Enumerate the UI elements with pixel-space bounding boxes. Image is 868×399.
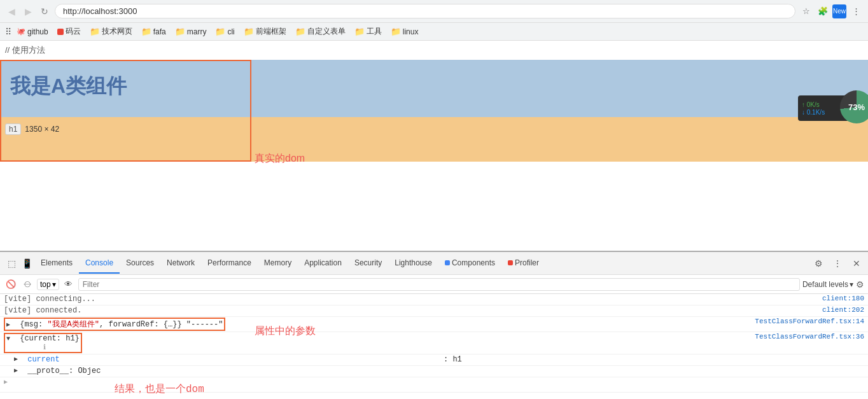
tab-sources[interactable]: Sources <box>120 253 160 274</box>
triangle-icon-3[interactable]: ▶ <box>14 367 23 374</box>
console-row-vite-connected: [vite] connected. client:202 <box>0 305 868 317</box>
bookmark-frontend[interactable]: 📁 前端框架 <box>240 25 290 38</box>
components-icon <box>445 260 450 265</box>
console-msg-proto: __proto__: Objec <box>23 367 864 375</box>
folder-linux-icon: 📁 <box>391 27 401 36</box>
console-highlight-props: ▶ {msg: "我是A类组件", forwardRef: {…}} "----… <box>4 318 225 331</box>
new-badge: New <box>832 4 846 18</box>
browser-toolbar: ◀ ▶ ↻ ☆ 🧩 New ⋮ <box>0 0 868 23</box>
console-row-current-prop: ▶ current : h1 <box>0 354 868 366</box>
speed-widget: ↑ 0K/s ↓ 0.1K/s 73% <box>798 95 862 121</box>
page-content: // 使用方法 我是A类组件 h1 1350 × 42 真实的dom ↑ 0K/… <box>0 41 868 251</box>
bookmark-tools[interactable]: 📁 工具 <box>351 25 386 38</box>
console-toolbar: 🚫 ⦵ top ▾ 👁 Default levels ▾ ⚙ <box>0 275 868 294</box>
console-highlight-result: ▼ {current: h1} ℹ <box>4 333 82 353</box>
console-msg: {msg: "我是A类组件", forwardRef: {…}} "------… <box>20 320 223 329</box>
info-icon: ℹ <box>43 344 46 351</box>
devtools-panel: ⬚ 📱 Elements Console Sources Network Per… <box>0 251 868 397</box>
speed-down: ↓ 0.1K/s <box>802 109 825 116</box>
chevron-down-icon: ▾ <box>52 280 56 289</box>
tab-performance[interactable]: Performance <box>201 253 258 274</box>
profiler-icon <box>508 260 513 265</box>
console-msg-colon: : h1 <box>444 355 864 364</box>
console-settings-icon[interactable]: ⚙ <box>856 279 864 290</box>
console-source-link[interactable]: TestClassForwardRef.tsx:36 <box>755 333 864 340</box>
dom-label-area: h1 1350 × 42 <box>0 121 64 137</box>
console-source-link[interactable]: client:202 <box>822 306 864 314</box>
tab-components[interactable]: Components <box>438 253 501 274</box>
folder-orange-icon: 📁 <box>90 27 100 36</box>
console-eye-button[interactable]: 👁 <box>62 277 76 291</box>
devtools-inspect-icon[interactable]: ⬚ <box>4 256 19 271</box>
url-bar[interactable] <box>55 4 795 18</box>
folder-tools-icon: 📁 <box>354 27 365 36</box>
apps-icon[interactable]: ⠿ <box>5 27 11 37</box>
toolbar-icons: ☆ 🧩 New ⋮ <box>799 4 863 18</box>
star-icon[interactable]: ☆ <box>799 4 813 18</box>
devtools-close-icon[interactable]: ✕ <box>849 256 864 271</box>
tab-profiler[interactable]: Profiler <box>501 253 545 274</box>
bookmark-cli[interactable]: 📁 cli <box>211 25 238 38</box>
extension-icon[interactable]: 🧩 <box>816 4 830 18</box>
bookmark-mayun[interactable]: 码云 <box>53 25 85 38</box>
console-msg-current: {current: h1} ℹ <box>6 334 80 352</box>
devtools-tabs: ⬚ 📱 Elements Console Sources Network Per… <box>0 252 868 275</box>
console-msg: [vite] connected. <box>4 306 822 315</box>
tab-console[interactable]: Console <box>79 253 120 274</box>
console-levels-select[interactable]: Default levels ▾ <box>802 280 853 289</box>
tab-application[interactable]: Application <box>298 253 348 274</box>
console-row-vite-connecting: [vite] connecting... client:180 <box>0 294 868 305</box>
result-annotation: 结果，也是一个dom <box>115 382 204 396</box>
devtools-actions: ⚙ ⋮ ✕ <box>811 256 864 271</box>
folder-blue-icon: 📁 <box>215 27 225 36</box>
console-clear-button[interactable]: 🚫 <box>4 277 18 291</box>
bookmark-linux[interactable]: 📁 linux <box>387 25 423 38</box>
devtools-settings-icon[interactable]: ⚙ <box>811 256 826 271</box>
console-context-select[interactable]: top ▾ <box>37 279 59 290</box>
menu-icon[interactable]: ⋮ <box>849 4 863 18</box>
triangle-icon[interactable]: ▶ <box>6 321 15 328</box>
component-bg-orange <box>0 117 868 162</box>
devtools-more-icon[interactable]: ⋮ <box>830 256 845 271</box>
console-row-current: ▼ {current: h1} ℹ TestClassForwardRef.ts… <box>0 332 868 354</box>
refresh-button[interactable]: ↻ <box>38 5 51 18</box>
bookmark-marry[interactable]: 📁 marry <box>171 25 211 38</box>
triangle-icon-2[interactable]: ▶ <box>14 355 23 363</box>
component-bg-blue: 我是A类组件 <box>0 60 868 117</box>
console-row-props: ▶ {msg: "我是A类组件", forwardRef: {…}} "----… <box>0 317 868 332</box>
tab-lighthouse[interactable]: Lighthouse <box>388 253 438 274</box>
folder-blue2-icon: 📁 <box>244 27 254 36</box>
tab-elements[interactable]: Elements <box>34 253 79 274</box>
speed-circle: 73% <box>840 90 868 123</box>
back-button[interactable]: ◀ <box>5 5 18 18</box>
component-h1: 我是A类组件 <box>10 73 858 101</box>
bookmark-tech[interactable]: 📁 技术网页 <box>86 25 136 38</box>
console-filter-input[interactable] <box>78 278 800 291</box>
true-dom-annotation: 真实的dom <box>255 152 305 165</box>
triangle-open-icon[interactable]: ▼ <box>6 335 15 342</box>
console-row-proto: ▶ __proto__: Objec <box>0 366 868 377</box>
console-source-link[interactable]: TestClassForwardRef.tsx:14 <box>755 318 864 325</box>
console-source-link[interactable]: client:180 <box>822 295 864 302</box>
bookmark-github[interactable]: 🐙 github <box>13 26 52 38</box>
folder-yellow-icon: 📁 <box>141 27 151 36</box>
console-output: [vite] connecting... client:180 [vite] c… <box>0 294 868 397</box>
tab-memory[interactable]: Memory <box>258 253 298 274</box>
tab-network[interactable]: Network <box>160 253 201 274</box>
bookmark-form[interactable]: 📁 自定义表单 <box>291 25 349 38</box>
tab-security[interactable]: Security <box>348 253 388 274</box>
console-filter-icon-btn[interactable]: ⦵ <box>20 277 34 291</box>
devtools-device-icon[interactable]: 📱 <box>19 256 34 271</box>
page-annotation: // 使用方法 <box>0 41 868 60</box>
forward-button[interactable]: ▶ <box>22 5 34 18</box>
dom-tag: h1 <box>5 123 21 135</box>
folder-green-icon: 📁 <box>295 27 305 36</box>
bookmark-fafa[interactable]: 📁 fafa <box>137 25 170 38</box>
cursor-icon: ▶ <box>4 378 13 386</box>
levels-chevron-icon: ▾ <box>850 280 853 289</box>
folder-yellow2-icon: 📁 <box>175 27 185 36</box>
speed-up: ↑ 0K/s <box>802 101 820 108</box>
dom-size: 1350 × 42 <box>25 125 59 134</box>
component-area: 我是A类组件 h1 1350 × 42 <box>0 60 868 162</box>
console-msg: current <box>23 355 444 364</box>
